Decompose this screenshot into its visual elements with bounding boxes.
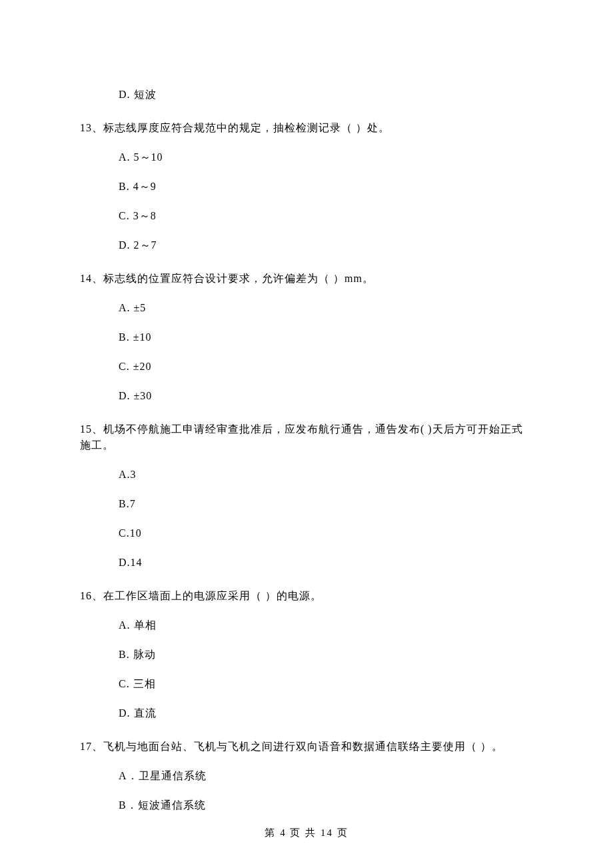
q12-option-d: D. 短波 — [80, 87, 533, 103]
page-container: D. 短波 13、标志线厚度应符合规范中的规定，抽检检测记录（ ）处。 A. 5… — [0, 0, 613, 868]
q15-option-a: A.3 — [80, 467, 533, 483]
q15-option-b: B.7 — [80, 496, 533, 512]
q13-option-b: B. 4～9 — [80, 179, 533, 195]
q14-option-d: D. ±30 — [80, 388, 533, 404]
q13-option-c: C. 3～8 — [80, 208, 533, 224]
q15-text: 15、机场不停航施工申请经审查批准后，应发布航行通告，通告发布( )天后方可开始… — [80, 421, 533, 453]
q14-option-a: A. ±5 — [80, 300, 533, 316]
q16-option-d: D. 直流 — [80, 705, 533, 721]
q17-option-b: B．短波通信系统 — [80, 797, 533, 813]
q15-option-c: C.10 — [80, 525, 533, 541]
q14-option-c: C. ±20 — [80, 359, 533, 375]
page-footer: 第 4 页 共 14 页 — [0, 825, 613, 841]
q16-option-a: A. 单相 — [80, 617, 533, 633]
q16-option-c: C. 三相 — [80, 676, 533, 692]
q16-option-b: B. 脉动 — [80, 647, 533, 663]
q13-text: 13、标志线厚度应符合规范中的规定，抽检检测记录（ ）处。 — [80, 120, 533, 136]
q16-text: 16、在工作区墙面上的电源应采用（ ）的电源。 — [80, 588, 533, 604]
q14-text: 14、标志线的位置应符合设计要求，允许偏差为（ ）mm。 — [80, 271, 533, 287]
q13-option-d: D. 2～7 — [80, 237, 533, 253]
q14-option-b: B. ±10 — [80, 329, 533, 345]
q15-option-d: D.14 — [80, 555, 533, 571]
q13-option-a: A. 5～10 — [80, 149, 533, 165]
q17-option-a: A．卫星通信系统 — [80, 768, 533, 784]
q17-text: 17、飞机与地面台站、飞机与飞机之间进行双向语音和数据通信联络主要使用（ ）。 — [80, 739, 533, 755]
